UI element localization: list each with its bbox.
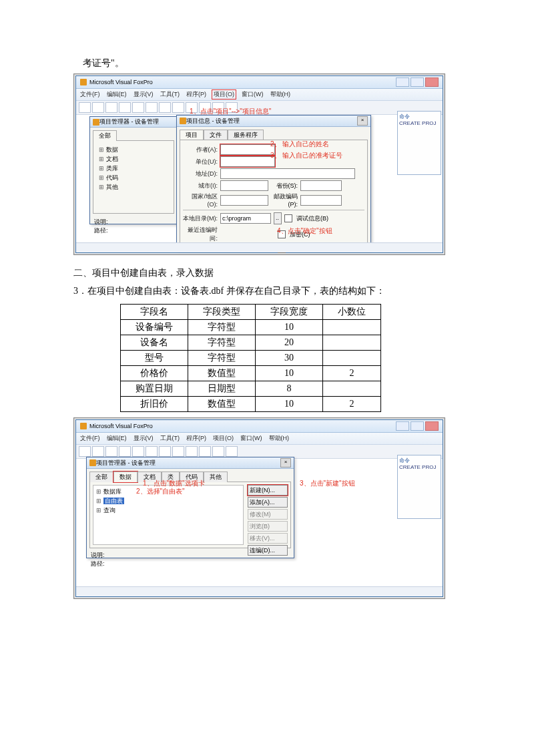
tree-freetable[interactable]: 自由表: [96, 496, 240, 506]
tree-item[interactable]: 代码: [99, 173, 168, 182]
toolbar-button[interactable]: [199, 446, 211, 457]
window-title: 项目管理器 - 设备管理: [96, 459, 156, 467]
country-input[interactable]: [220, 195, 268, 206]
menu-item[interactable]: 程序(P): [186, 434, 206, 443]
td: 10: [256, 397, 323, 412]
menu-item[interactable]: 项目(O): [213, 434, 234, 443]
td: 数值型: [188, 366, 256, 381]
menu-item[interactable]: 工具(T): [160, 434, 180, 443]
tab-project[interactable]: 项目: [180, 130, 204, 140]
toolbar-button[interactable]: [146, 102, 158, 113]
toolbar-button[interactable]: [119, 446, 131, 457]
menu-item[interactable]: 窗口(W): [242, 90, 264, 99]
tab-other[interactable]: 其他: [204, 471, 228, 482]
th: 小数位: [323, 305, 381, 320]
tree-item[interactable]: 类库: [99, 164, 168, 173]
homedir-input[interactable]: c:\program: [220, 213, 271, 224]
menu-item[interactable]: 工具(T): [160, 90, 180, 99]
menu-item[interactable]: 文件(F): [80, 90, 100, 99]
tab-files[interactable]: 文件: [204, 130, 228, 140]
debug-checkbox[interactable]: [284, 214, 292, 222]
postal-label: 邮政编码(P):: [271, 192, 298, 208]
unit-input[interactable]: [220, 156, 275, 167]
foxpro-icon: [89, 459, 96, 466]
toolbar-button[interactable]: [146, 446, 158, 457]
desc-label: 说明:: [94, 218, 173, 226]
tree-query[interactable]: 查询: [96, 506, 240, 515]
window-close-button[interactable]: ×: [280, 458, 291, 467]
td: [323, 335, 381, 351]
toolbar-button[interactable]: [172, 102, 184, 113]
toolbar-button[interactable]: [79, 102, 91, 113]
toolbar-button[interactable]: [226, 446, 238, 457]
toolbar-button[interactable]: [132, 102, 144, 113]
annotation-3: 3、 输入自己的准考证号: [270, 151, 342, 160]
screenshot-2: Microsoft Visual FoxPro 文件(F) 编辑(E) 显示(V…: [73, 417, 445, 599]
command-window-title: 命令: [399, 113, 439, 120]
dialog-close-button[interactable]: ×: [357, 116, 368, 126]
td: 日期型: [188, 381, 256, 397]
command-window[interactable]: 命令 CREATE PROJ: [397, 455, 441, 519]
browse-button[interactable]: 浏览(B): [248, 521, 288, 532]
tree-item[interactable]: 数据: [99, 145, 168, 154]
menu-item[interactable]: 编辑(E): [107, 90, 127, 99]
minimize-button[interactable]: [396, 77, 409, 87]
toolbar-button[interactable]: [159, 102, 171, 113]
minimize-button[interactable]: [396, 421, 409, 431]
menu-item-project[interactable]: 项目(O): [212, 89, 236, 100]
menu-item[interactable]: 帮助(H): [269, 434, 290, 443]
maximize-button[interactable]: [411, 421, 424, 431]
menu-item[interactable]: 帮助(H): [270, 90, 291, 99]
tab-data[interactable]: 数据: [113, 471, 138, 482]
menu-item[interactable]: 程序(P): [186, 90, 206, 99]
tab-all[interactable]: 全部: [93, 130, 117, 141]
tree-item[interactable]: 其他: [99, 182, 168, 192]
build-button[interactable]: 连编(D)...: [248, 545, 288, 556]
tab-all[interactable]: 全部: [89, 471, 113, 482]
td: 8: [256, 381, 323, 397]
toolbar-button[interactable]: [119, 102, 131, 113]
add-button[interactable]: 添加(A)...: [248, 497, 288, 508]
postal-input[interactable]: [300, 195, 342, 206]
close-button[interactable]: [425, 421, 439, 431]
foxpro-icon: [180, 118, 186, 124]
command-window[interactable]: 命令 CREATE PROJ: [397, 111, 441, 175]
th: 字段类型: [188, 305, 256, 320]
project-tree[interactable]: 数据 文档 类库 代码 其他: [96, 144, 171, 193]
menu-item[interactable]: 显示(V): [134, 434, 154, 443]
menu-item[interactable]: 文件(F): [80, 434, 100, 443]
close-button[interactable]: [425, 77, 439, 87]
td: 购置日期: [121, 381, 188, 397]
addr-input[interactable]: [220, 168, 355, 179]
toolbar-button[interactable]: [92, 446, 104, 457]
menu-item[interactable]: 窗口(W): [240, 434, 262, 443]
toolbar-button[interactable]: [132, 446, 144, 457]
menu-item[interactable]: 编辑(E): [107, 434, 127, 443]
toolbar-button[interactable]: [79, 446, 91, 457]
section2-title: 二、项目中创建自由表，录入数据: [73, 266, 494, 280]
menu-item[interactable]: 显示(V): [134, 90, 154, 99]
new-button[interactable]: 新建(N)...: [248, 485, 288, 496]
tree-item[interactable]: 文档: [99, 154, 168, 164]
author-input[interactable]: [220, 144, 275, 155]
toolbar-button[interactable]: [159, 446, 171, 457]
annotation-2b: 2、选择"自由表": [136, 487, 185, 496]
toolbar-button[interactable]: [105, 102, 117, 113]
th: 字段名: [121, 305, 188, 320]
toolbar-button[interactable]: [172, 446, 184, 457]
browse-button[interactable]: ..: [274, 212, 282, 224]
toolbar-button[interactable]: [212, 446, 224, 457]
tab-server[interactable]: 服务程序: [228, 130, 264, 140]
modify-button[interactable]: 修改(M): [248, 509, 288, 520]
toolbar-button[interactable]: [92, 102, 104, 113]
icon-button[interactable]: 图标(N)...: [324, 254, 364, 255]
state-input[interactable]: [300, 180, 342, 191]
titlebar: Microsoft Visual FoxPro: [76, 76, 443, 89]
toolbar-button[interactable]: [186, 446, 198, 457]
annotation-2: 2、 输入自己的姓名: [270, 140, 329, 149]
city-input[interactable]: [220, 180, 268, 191]
toolbar-button[interactable]: [105, 446, 117, 457]
maximize-button[interactable]: [411, 77, 424, 87]
remove-button[interactable]: 移去(V)...: [248, 533, 288, 544]
city-label: 城市(I):: [183, 182, 218, 190]
